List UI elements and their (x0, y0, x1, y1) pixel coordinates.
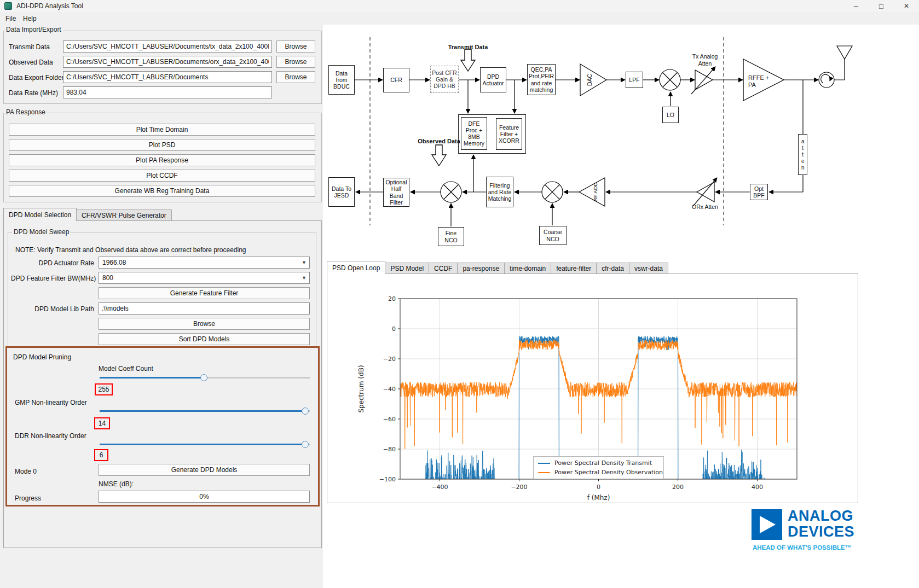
dpd-actuator-rate-label: DPD Actuator Rate (11, 259, 94, 267)
chart-legend: Power Spectral Density Transmit Power Sp… (533, 456, 664, 479)
plot-ccdf-button[interactable]: Plot CCDF (9, 170, 315, 182)
generate-dpd-models-button[interactable]: Generate DPD Models (99, 464, 310, 476)
minimize-button[interactable]: ─ (843, 0, 869, 12)
menu-file[interactable]: File (5, 15, 16, 22)
dpd-model-lib-path-input[interactable] (99, 302, 310, 315)
plot-psd-button[interactable]: Plot PSD (9, 139, 315, 151)
legend-transmit: Power Spectral Density Transmit (538, 459, 659, 467)
svg-text:400: 400 (752, 484, 763, 491)
transmit-line-swatch (538, 463, 550, 464)
legend-observation: Power Spectral Density Observation (538, 469, 659, 476)
slider-fill (100, 377, 204, 379)
chevron-down-icon: ▼ (302, 275, 307, 281)
plot-tab-strip: PSD Open Loop PSD Model CCDF pa-response… (327, 261, 668, 274)
plot-time-domain-button[interactable]: Plot Time Domain (9, 124, 315, 136)
tab-psd-open-loop[interactable]: PSD Open Loop (327, 261, 385, 274)
window-title: ADI-DPD Analysis Tool (16, 2, 83, 10)
tx-analog-atten-label: Tx Analog Atten (687, 53, 723, 67)
logo-line2: DEVICES (788, 524, 854, 540)
generate-wb-reg-button[interactable]: Generate WB Reg Training Data (9, 185, 315, 197)
dpd-feature-bw-value: 800 (102, 274, 113, 282)
observed-data-arrow-icon (432, 145, 446, 166)
ddr-order-label: DDR Non-linearity Order (15, 432, 86, 440)
observed-data-annotation: Observed Data (409, 138, 469, 145)
model-lib-browse-button[interactable]: Browse (99, 318, 310, 330)
svg-text:Spectrum (dB): Spectrum (dB) (357, 365, 365, 412)
slider-fill (100, 410, 305, 412)
data-import-export-title: Data Import/Export (4, 26, 63, 33)
observed-browse-button[interactable]: Browse (276, 56, 315, 68)
slider-thumb[interactable] (200, 374, 207, 381)
maximize-icon: □ (879, 2, 883, 10)
gmp-order-slider[interactable] (100, 407, 310, 415)
adi-logo-mark-icon (752, 509, 782, 540)
rf-adc-label: RF ADC (592, 182, 598, 201)
rffe-pa-label: RFFE + PA (748, 72, 772, 91)
left-tab-strip: DPD Model Selection CFR/VSWR Pulse Gener… (3, 208, 172, 221)
logo-tagline: AHEAD OF WHAT'S POSSIBLE™ (753, 544, 851, 551)
observed-data-input[interactable] (63, 56, 272, 68)
sort-dpd-models-button[interactable]: Sort DPD Models (99, 333, 310, 345)
data-export-folder-input[interactable] (63, 71, 272, 83)
observed-data-label: Observed Data (9, 59, 53, 66)
export-browse-button[interactable]: Browse (276, 71, 315, 83)
svg-text:−80: −80 (383, 446, 396, 453)
block-optional-half-band-filter: Optional Half Band Filter (383, 178, 409, 207)
dpd-actuator-rate-value: 1966.08 (102, 259, 126, 266)
ddr-order-value: 6 (94, 449, 108, 461)
title-bar: ADI-DPD Analysis Tool ─ □ ✕ (0, 0, 919, 12)
slider-fill (100, 444, 305, 445)
app-icon (4, 2, 12, 10)
dac-label: DAC (586, 73, 593, 86)
block-coarse-nco: Coarse NCO (539, 226, 567, 245)
model-coeff-value: 255 (95, 383, 113, 395)
menu-help[interactable]: Help (23, 15, 37, 22)
block-atten: atten (798, 134, 807, 175)
transmit-data-label: Transmit Data (9, 43, 50, 51)
transmit-data-input[interactable] (63, 40, 272, 53)
tab-pa-response[interactable]: pa-response (457, 263, 505, 274)
tab-feature-filter[interactable]: feature-filter (551, 263, 597, 274)
svg-text:200: 200 (672, 484, 684, 491)
svg-text:f (Mhz): f (Mhz) (587, 494, 610, 502)
block-lpf: LPF (626, 72, 643, 88)
chevron-down-icon: ▼ (302, 260, 307, 265)
tab-ccdf[interactable]: CCDF (429, 263, 458, 274)
ddr-order-slider[interactable] (100, 441, 310, 448)
generate-feature-filter-button[interactable]: Generate Feature Filter (99, 287, 310, 299)
tab-dpd-model-selection[interactable]: DPD Model Selection (3, 208, 77, 221)
progress-bar: 0% (99, 491, 310, 503)
close-button[interactable]: ✕ (894, 0, 919, 12)
progress-label: Progress (15, 494, 41, 502)
block-feature-filter-xcorr: Feature Filter + XCORR (496, 118, 522, 150)
nmse-label: NMSE (dB): (99, 480, 134, 488)
close-icon: ✕ (904, 2, 909, 10)
slider-thumb[interactable] (302, 407, 309, 415)
svg-text:−100: −100 (379, 476, 396, 483)
data-export-folder-label: Data Export Folder (9, 74, 64, 81)
tab-vswr-data[interactable]: vswr-data (629, 263, 668, 274)
svg-text:20: 20 (388, 295, 396, 302)
tab-cfr-data[interactable]: cfr-data (596, 263, 629, 274)
model-coeff-slider[interactable] (100, 374, 310, 381)
tab-time-domain[interactable]: time-domain (504, 263, 551, 274)
dpd-actuator-rate-combo[interactable]: 1966.08 ▼ (99, 257, 310, 269)
tab-psd-model[interactable]: PSD Model (385, 263, 429, 274)
dpd-feature-bw-combo[interactable]: 800 ▼ (99, 272, 310, 284)
gmp-order-label: GMP Non-linearity Order (15, 399, 87, 406)
sweep-note: NOTE: Verify Transmit and Observed data … (15, 246, 246, 254)
psd-open-loop-pane: 200−20−40−60−80−100−400−2000200400Spectr… (327, 273, 858, 503)
maximize-button[interactable]: □ (869, 0, 894, 12)
tab-cfr-vswr-pulse-generator[interactable]: CFR/VSWR Pulse Generator (76, 209, 172, 221)
dpd-model-lib-path-label: DPD Model Lib Path (11, 305, 94, 313)
plot-pa-response-button[interactable]: Plot PA Response (9, 154, 315, 166)
transmit-browse-button[interactable]: Browse (276, 40, 315, 53)
data-rate-input[interactable] (63, 86, 272, 98)
gmp-order-value: 14 (94, 417, 110, 429)
block-lo: LO (662, 107, 679, 123)
block-data-to-jesd: Data To JESD (328, 177, 355, 207)
dpd-model-pruning-highlight-box (5, 346, 320, 507)
block-dpd-actuator: DPD Actuator (480, 67, 506, 92)
slider-thumb[interactable] (302, 441, 309, 448)
observation-line-swatch (538, 472, 550, 473)
